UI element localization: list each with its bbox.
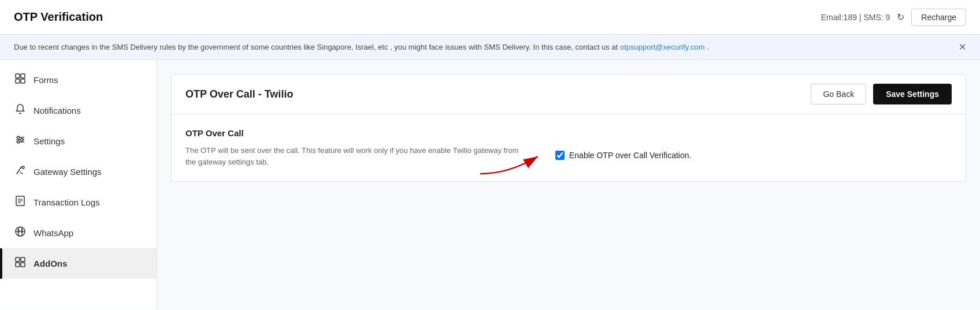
section-title: OTP Over Call bbox=[185, 128, 952, 138]
banner-link[interactable]: otpsupport@xecurify.com bbox=[620, 43, 705, 51]
svg-point-8 bbox=[21, 139, 23, 141]
sidebar-item-notifications[interactable]: Notifications bbox=[0, 95, 157, 126]
page-title: OTP Verification bbox=[14, 10, 103, 24]
sidebar-item-transaction-logs-label: Transaction Logs bbox=[34, 197, 100, 207]
main-layout: Forms Notifications bbox=[0, 60, 980, 309]
whatsapp-icon bbox=[14, 226, 27, 240]
card-body: OTP Over Call The OTP will be sent over … bbox=[172, 114, 966, 181]
recharge-button[interactable]: Recharge bbox=[911, 9, 966, 26]
sidebar-item-addons[interactable]: AddOns bbox=[0, 248, 157, 279]
notifications-icon bbox=[14, 103, 27, 118]
svg-point-10 bbox=[22, 166, 24, 169]
sidebar-item-whatsapp[interactable]: WhatsApp bbox=[0, 218, 157, 248]
sidebar-item-forms-label: Forms bbox=[34, 75, 58, 85]
settings-icon bbox=[14, 134, 27, 148]
sidebar: Forms Notifications bbox=[0, 60, 157, 309]
sidebar-item-gateway-settings-label: Gateway Settings bbox=[34, 167, 102, 177]
sidebar-item-addons-label: AddOns bbox=[34, 259, 67, 268]
info-banner: Due to recent changes in the SMS Deliver… bbox=[0, 35, 980, 60]
svg-rect-21 bbox=[21, 263, 25, 267]
main-content: OTP Over Call - Twilio Go Back Save Sett… bbox=[157, 60, 980, 309]
card-title: OTP Over Call - Twilio bbox=[185, 88, 293, 100]
card-actions: Go Back Save Settings bbox=[811, 84, 952, 104]
go-back-button[interactable]: Go Back bbox=[811, 84, 866, 104]
credits-display: Email:189 | SMS: 9 bbox=[821, 13, 890, 22]
header-right: Email:189 | SMS: 9 ↻ Recharge bbox=[821, 9, 966, 26]
sidebar-item-notifications-label: Notifications bbox=[34, 106, 81, 115]
sidebar-item-settings[interactable]: Settings bbox=[0, 126, 157, 156]
enable-otp-call-label[interactable]: Enable OTP over Call Verification. bbox=[569, 151, 691, 160]
sidebar-item-whatsapp-label: WhatsApp bbox=[34, 228, 73, 238]
enable-otp-call-checkbox[interactable] bbox=[555, 151, 565, 160]
svg-rect-18 bbox=[16, 257, 20, 262]
settings-card: OTP Over Call - Twilio Go Back Save Sett… bbox=[171, 74, 966, 182]
forms-icon bbox=[14, 73, 27, 87]
gateway-settings-icon bbox=[14, 165, 27, 179]
svg-rect-20 bbox=[16, 263, 20, 267]
svg-rect-0 bbox=[16, 74, 20, 78]
svg-rect-19 bbox=[21, 257, 25, 262]
svg-rect-1 bbox=[21, 74, 25, 78]
sidebar-item-transaction-logs[interactable]: Transaction Logs bbox=[0, 187, 157, 218]
card-header: OTP Over Call - Twilio Go Back Save Sett… bbox=[172, 74, 966, 114]
banner-text: Due to recent changes in the SMS Deliver… bbox=[14, 43, 709, 51]
header: OTP Verification Email:189 | SMS: 9 ↻ Re… bbox=[0, 0, 980, 35]
addons-icon bbox=[14, 256, 27, 271]
svg-rect-3 bbox=[21, 79, 25, 83]
sidebar-item-settings-label: Settings bbox=[34, 136, 65, 146]
transaction-logs-icon bbox=[14, 195, 27, 210]
enable-otp-call-control[interactable]: Enable OTP over Call Verification. bbox=[555, 151, 691, 160]
arrow-indicator bbox=[474, 145, 550, 180]
refresh-button[interactable]: ↻ bbox=[897, 12, 904, 23]
sidebar-item-gateway-settings[interactable]: Gateway Settings bbox=[0, 156, 157, 187]
save-settings-button[interactable]: Save Settings bbox=[873, 84, 952, 104]
sidebar-item-forms[interactable]: Forms bbox=[0, 65, 157, 95]
section-description: The OTP will be sent over the call. This… bbox=[185, 145, 521, 167]
svg-point-7 bbox=[17, 136, 20, 139]
banner-close-button[interactable]: ✕ bbox=[959, 42, 966, 53]
svg-rect-2 bbox=[16, 79, 20, 83]
svg-point-9 bbox=[17, 141, 20, 143]
